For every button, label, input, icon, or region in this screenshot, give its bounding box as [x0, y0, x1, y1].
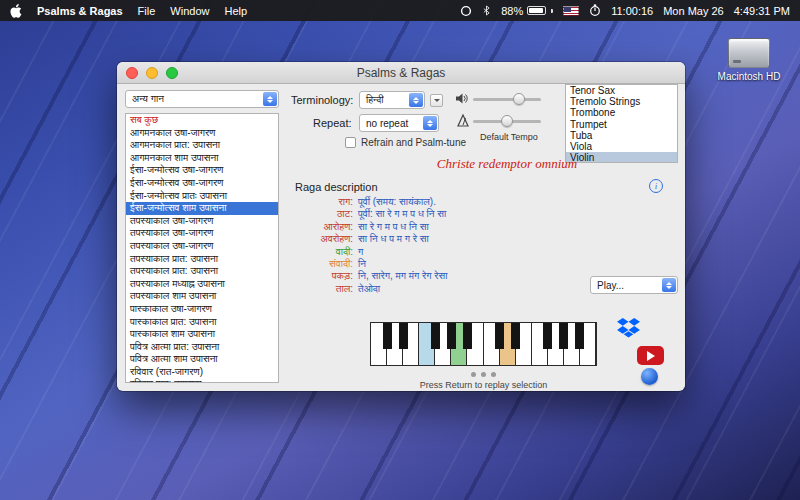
page-dot[interactable] [491, 372, 496, 377]
piano-keyboard[interactable] [370, 322, 597, 366]
song-list-item[interactable]: पवित्र आत्मा प्रात: उपासना [126, 341, 278, 354]
raga-field-label: आरोहण: [287, 221, 353, 233]
song-list-item[interactable]: ईसा-जन्मोत्सव उषा-जागरण [126, 177, 278, 190]
raga-row: ठाट: पूर्वी: सा रे ग म प ध नि सा [287, 208, 587, 220]
psalm-title: Christe redemptor omnium [377, 156, 637, 172]
piano-black-key[interactable] [431, 323, 440, 349]
song-list-item[interactable]: तपस्याकाल प्रात: उपासना [126, 253, 278, 266]
raga-field-value: तेओदा [358, 283, 380, 295]
piano-black-key[interactable] [463, 323, 472, 349]
category-dropdown-value: अन्य गान [132, 93, 164, 105]
minimize-button[interactable] [146, 67, 158, 79]
desktop: Psalms & Ragas File Window Help 88% 11:0… [0, 0, 800, 500]
category-dropdown[interactable]: अन्य गान [125, 90, 279, 108]
piano-black-key[interactable] [559, 323, 568, 349]
instrument-list-item[interactable]: Tremolo Strings [566, 96, 677, 107]
close-button[interactable] [126, 67, 138, 79]
stopwatch-icon[interactable] [589, 4, 601, 17]
song-list-item[interactable]: तपस्याकाल मध्याह्न उपासना [126, 278, 278, 291]
app-window: Psalms & Ragas अन्य गान सब कुछ आगमनकाल उ… [117, 62, 685, 391]
instrument-list-item[interactable]: Tenor Sax [566, 85, 677, 96]
song-list-item[interactable]: ईसा-जन्मोत्सव शाम उपासना [126, 202, 278, 215]
song-list-item[interactable]: तपस्याकाल उषा-जागरण [126, 240, 278, 253]
piano-black-key[interactable] [543, 323, 552, 349]
play-dropdown[interactable]: Play... [590, 276, 678, 294]
dropdown-stepper-icon [409, 93, 423, 107]
song-list-item[interactable]: रविवार प्रात: उपासना [126, 378, 278, 383]
song-list-item[interactable]: तपस्याकाल उषा-जागरण [126, 227, 278, 240]
disk-label: Macintosh HD [710, 71, 788, 82]
dropdown-stepper-icon [263, 92, 277, 106]
raga-field-label: राग: [287, 196, 353, 208]
raga-row: ताल: तेओदा [287, 283, 587, 295]
song-list-item[interactable]: तपस्याकाल उषा-जागरण [126, 215, 278, 228]
song-list-item[interactable]: आगमनकाल उषा-जागरण [126, 127, 278, 140]
battery-indicator[interactable]: 88% [501, 5, 553, 17]
window-content: अन्य गान सब कुछ आगमनकाल उषा-जागरण आगमनका… [117, 84, 685, 390]
repeat-dropdown[interactable]: no repeat [359, 114, 439, 132]
song-list-item[interactable]: रविवार (रात-जागरण) [126, 366, 278, 379]
instrument-list-item[interactable]: Tuba [566, 130, 677, 141]
dropbox-icon[interactable] [617, 318, 675, 343]
raga-field-label: पकड़: [287, 270, 353, 282]
song-list-item[interactable]: पास्काकाल प्रात: उपासना [126, 316, 278, 329]
piano-black-key[interactable] [399, 323, 408, 349]
song-list-item[interactable]: पवित्र आत्मा शाम उपासना [126, 353, 278, 366]
song-list-item[interactable]: ईसा-जन्मोत्सव उषा-जागरण [126, 164, 278, 177]
zoom-button[interactable] [166, 67, 178, 79]
instrument-list-item[interactable]: Viola [566, 141, 677, 152]
refrain-checkbox-label: Refrain and Psalm-tune [361, 137, 466, 148]
default-tempo-label: Default Tempo [480, 132, 538, 142]
instrument-list-item[interactable]: Trumpet [566, 119, 677, 130]
page-dots [370, 372, 597, 377]
piano-black-key[interactable] [383, 323, 392, 349]
page-dot[interactable] [481, 372, 486, 377]
stopwatch-time[interactable]: 11:00:16 [611, 5, 653, 17]
song-list-item[interactable]: पास्काकाल उषा-जागरण [126, 303, 278, 316]
tempo-slider[interactable] [473, 114, 541, 128]
youtube-icon[interactable] [637, 346, 664, 365]
song-list-item[interactable]: आगमनकाल प्रात: उपासना [126, 139, 278, 152]
refrain-checkbox[interactable] [345, 137, 356, 148]
song-list-item[interactable]: सब कुछ [126, 114, 278, 127]
blue-circle-icon[interactable] [641, 368, 658, 385]
piano-black-key[interactable] [511, 323, 520, 349]
dropdown-stepper-icon [423, 116, 437, 130]
info-icon[interactable]: i [649, 179, 663, 193]
menu-date[interactable]: Mon May 26 [663, 5, 724, 17]
piano-black-key[interactable] [575, 323, 584, 349]
ring-icon[interactable] [460, 5, 472, 17]
play-dropdown-value: Play... [597, 280, 624, 291]
menu-clock[interactable]: 4:49:31 PM [734, 5, 790, 17]
menu-file[interactable]: File [138, 5, 156, 17]
piano-black-key[interactable] [495, 323, 504, 349]
raga-field-value: नि, सारेग, मग मंग रेग रेसा [358, 270, 448, 282]
tempo-slider-knob[interactable] [501, 115, 513, 127]
song-list-item[interactable]: तपस्याकाल शाम उपासना [126, 290, 278, 303]
terminology-dropdown[interactable]: हिन्दी [359, 91, 425, 109]
menu-help[interactable]: Help [224, 5, 247, 17]
volume-slider[interactable] [473, 92, 541, 106]
volume-slider-knob[interactable] [513, 93, 525, 105]
song-list-item[interactable]: आगमनकाल शाम उपासना [126, 152, 278, 165]
raga-details: राग: पूर्वी (समय: सायंकाल). ठाट: पूर्वी:… [287, 196, 587, 295]
terminology-extra-dropdown[interactable] [430, 94, 443, 107]
bluetooth-icon[interactable] [482, 4, 491, 17]
song-list-item[interactable]: पास्काकाल शाम उपासना [126, 328, 278, 341]
apple-icon[interactable] [10, 4, 22, 18]
song-list-item[interactable]: तपस्याकाल प्रात: उपासना [126, 265, 278, 278]
us-flag-icon[interactable] [563, 6, 579, 16]
piano-black-key[interactable] [447, 323, 456, 349]
raga-field-label: ठाट: [287, 208, 353, 220]
song-list-item[interactable]: ईसा-जन्मोत्सव प्रातः उपासना [126, 190, 278, 203]
menu-app-name[interactable]: Psalms & Ragas [37, 5, 123, 17]
title-bar[interactable]: Psalms & Ragas [117, 62, 685, 84]
desktop-icon-macintosh-hd[interactable]: Macintosh HD [710, 38, 788, 82]
volume-icon [455, 92, 469, 105]
menu-window[interactable]: Window [170, 5, 209, 17]
page-dot[interactable] [471, 372, 476, 377]
share-icons [615, 318, 675, 385]
instrument-list-item[interactable]: Trombone [566, 107, 677, 118]
detail-panel: Terminology: हिन्दी Repeat: no repeat Re… [287, 84, 677, 390]
window-title: Psalms & Ragas [357, 66, 446, 80]
